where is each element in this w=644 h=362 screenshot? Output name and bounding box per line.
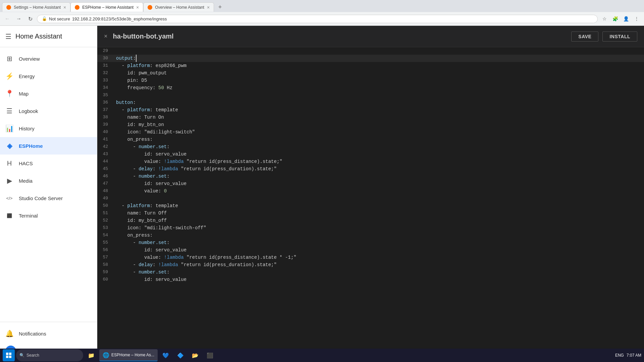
logbook-icon: ☰ <box>5 107 13 115</box>
line-content: - number.set: <box>113 268 644 276</box>
line-content: icon: "mdi:light-switch" <box>113 128 644 136</box>
line-content: - delay: !lambda "return id(press_durati… <box>113 261 644 268</box>
line-content: - number.set: <box>113 173 644 180</box>
terminal-taskbar-icon: ⬛ <box>207 352 213 359</box>
tab-close-overview[interactable]: × <box>207 5 210 10</box>
tab-title-settings: Settings – Home Assistant <box>14 5 61 10</box>
code-line-42: 42 - number.set: <box>97 143 644 150</box>
line-number: 31 <box>97 62 113 69</box>
line-content: - platform: esp8266_pwm <box>113 62 644 69</box>
new-tab-button[interactable]: + <box>215 2 225 12</box>
line-number: 38 <box>97 114 113 121</box>
code-line-55: 55 - number.set: <box>97 239 644 246</box>
taskbar-file-explorer[interactable]: 📁 <box>85 349 98 361</box>
code-line-43: 43 id: servo_value <box>97 150 644 158</box>
sidebar-item-notifications[interactable]: 🔔 Notifications <box>0 325 97 342</box>
code-line-60: 60 id: servo_value <box>97 276 644 283</box>
line-content: id: servo_value <box>113 180 644 187</box>
line-number: 36 <box>97 99 113 106</box>
taskbar-app1[interactable]: 🔷 <box>174 349 187 361</box>
line-number: 34 <box>97 84 113 92</box>
line-content: on_press: <box>113 232 644 239</box>
taskbar-search-label: Search <box>26 353 39 358</box>
code-line-32: 32 id: pwm_output <box>97 69 644 77</box>
taskbar-app2[interactable]: 📂 <box>189 349 202 361</box>
sidebar-item-esphome[interactable]: ◈ ESPHome <box>0 137 97 155</box>
sidebar-item-label-media: Media <box>19 178 33 184</box>
reload-button[interactable]: ↻ <box>25 14 35 23</box>
address-bar[interactable]: 🔓 Not secure 192.168.2.209:8123/5c53de3b… <box>37 15 598 23</box>
tab-bar: Settings – Home Assistant × ESPHome – Ho… <box>0 0 644 12</box>
sidebar-item-history[interactable]: 📊 History <box>0 120 97 137</box>
line-content: - number.set: <box>113 143 644 150</box>
tab-close-esphome[interactable]: × <box>136 5 139 10</box>
line-number: 37 <box>97 106 113 114</box>
sidebar-item-studio-code[interactable]: </> Studio Code Server <box>0 189 97 207</box>
code-line-37: 37 - platform: template <box>97 106 644 114</box>
sidebar-item-terminal[interactable]: ⬛ Terminal <box>0 207 97 224</box>
tab-favicon-overview <box>148 5 152 10</box>
sidebar-item-hacs[interactable]: H HACS <box>0 155 97 172</box>
line-number: 29 <box>97 47 113 55</box>
taskbar-vscode[interactable]: 💙 <box>159 349 172 361</box>
taskbar-time: 7:07 AM <box>627 353 641 358</box>
line-number: 32 <box>97 69 113 77</box>
line-content: output: <box>113 55 644 62</box>
code-line-57: 57 value: !lambda "return id(press_dista… <box>97 254 644 261</box>
taskbar-terminal[interactable]: ⬛ <box>203 349 217 361</box>
taskbar-lang: ENG <box>615 353 624 358</box>
tab-close-settings[interactable]: × <box>63 5 66 10</box>
menu-button[interactable]: ⋮ <box>632 14 641 23</box>
taskbar-chrome-label: ESPHome – Home As... <box>111 353 154 357</box>
esphome-icon: ◈ <box>5 142 13 150</box>
sidebar-item-overview[interactable]: ⊞ Overview <box>0 50 97 67</box>
code-line-34: 34 frequency: 50 Hz <box>97 84 644 92</box>
tab-overview[interactable]: Overview – Home Assistant × <box>143 2 214 12</box>
line-content <box>113 195 644 202</box>
sidebar-item-label-logbook: Logbook <box>19 108 38 114</box>
forward-button[interactable]: → <box>14 14 23 23</box>
code-editor[interactable]: 29 30output: 31 - platform: esp8266_pwm3… <box>97 47 644 362</box>
close-file-button[interactable]: × <box>104 33 108 40</box>
taskbar-search[interactable]: 🔍 Search <box>16 349 83 361</box>
start-button[interactable] <box>3 349 15 361</box>
line-number: 33 <box>97 77 113 84</box>
security-icon: 🔓 <box>42 16 47 21</box>
sidebar-item-label-overview: Overview <box>19 56 40 62</box>
media-icon: ▶ <box>5 177 13 185</box>
line-number: 35 <box>97 92 113 99</box>
line-content: - platform: template <box>113 202 644 209</box>
line-number: 58 <box>97 261 113 268</box>
code-line-50: 50 - platform: template <box>97 202 644 209</box>
code-line-52: 52 id: my_btn_off <box>97 217 644 224</box>
extensions-button[interactable]: 🧩 <box>610 14 620 23</box>
profile-button[interactable]: 👤 <box>621 14 631 23</box>
line-number: 41 <box>97 136 113 143</box>
bookmark-button[interactable]: ☆ <box>600 14 609 23</box>
app1-icon: 🔷 <box>177 352 184 359</box>
install-button[interactable]: INSTALL <box>602 32 637 42</box>
sidebar-item-energy[interactable]: ⚡ Energy <box>0 67 97 85</box>
code-line-41: 41 on_press: <box>97 136 644 143</box>
sidebar-item-map[interactable]: 📍 Map <box>0 85 97 102</box>
line-content: id: servo_value <box>113 276 644 283</box>
sidebar-item-label-map: Map <box>19 91 29 97</box>
history-icon: 📊 <box>5 124 13 132</box>
line-content: frequency: 50 Hz <box>113 84 644 92</box>
vscode-icon: 💙 <box>162 352 169 359</box>
line-number: 45 <box>97 165 113 173</box>
sidebar-item-logbook[interactable]: ☰ Logbook <box>0 102 97 120</box>
tab-esphome[interactable]: ESPHome – Home Assistant × <box>70 2 143 12</box>
sidebar-item-media[interactable]: ▶ Media <box>0 172 97 189</box>
code-line-51: 51 name: Turn Off <box>97 209 644 217</box>
notifications-icon: 🔔 <box>5 329 13 338</box>
code-line-59: 59 - number.set: <box>97 268 644 276</box>
header-actions: SAVE INSTALL <box>571 32 637 42</box>
browser-actions: ☆ 🧩 👤 ⋮ <box>600 14 641 23</box>
save-button[interactable]: SAVE <box>571 32 598 42</box>
back-button[interactable]: ← <box>3 14 12 23</box>
code-line-36: 36button: <box>97 99 644 106</box>
sidebar-menu-button[interactable]: ☰ <box>5 33 11 41</box>
tab-settings[interactable]: Settings – Home Assistant × <box>2 2 70 12</box>
taskbar-chrome[interactable]: 🌐 ESPHome – Home As... <box>99 349 158 361</box>
